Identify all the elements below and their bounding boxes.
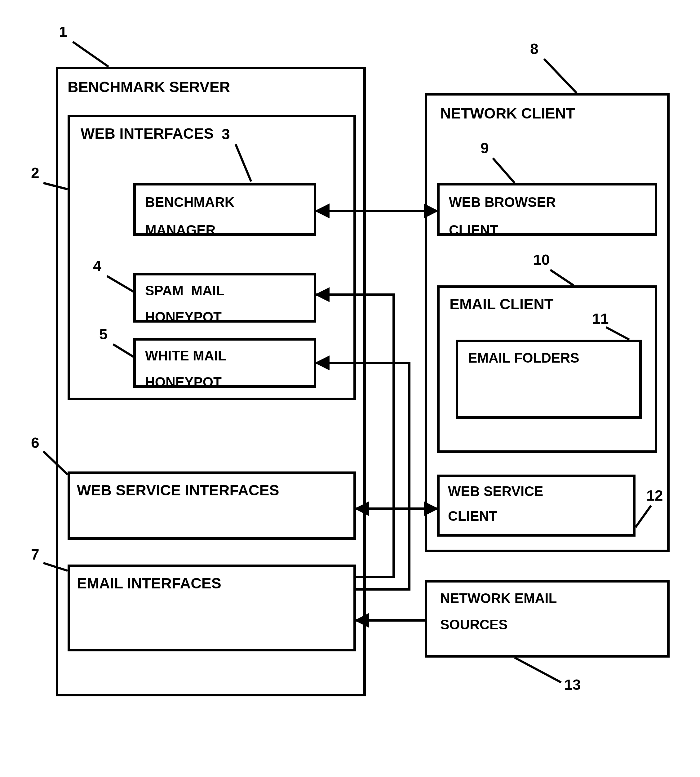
connectors — [0, 0, 700, 777]
